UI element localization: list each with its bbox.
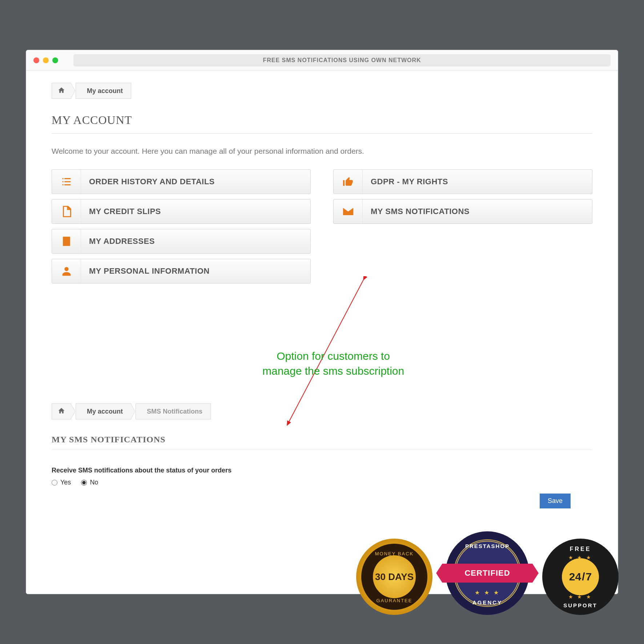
welcome-text: Welcome to your account. Here you can ma…	[52, 147, 592, 156]
trust-badges: MONEY BACK GAURANTEE 30 DAYS PRESTASHOP …	[356, 531, 619, 615]
radio-group: Yes No	[52, 479, 592, 486]
tile-credit-slips[interactable]: MY CREDIT SLIPS	[52, 199, 311, 224]
tile-order-history[interactable]: ORDER HISTORY AND DETAILS	[52, 169, 311, 194]
user-icon	[52, 259, 81, 283]
badge-certified: PRESTASHOP CERTIFIED ★ ★ ★ AGENCY	[446, 531, 529, 615]
tile-label: ORDER HISTORY AND DETAILS	[81, 170, 310, 194]
badge-text: PRESTASHOP	[446, 543, 529, 549]
breadcrumb-label: My account	[87, 408, 123, 415]
radio-label: No	[90, 479, 98, 486]
badge-ribbon: CERTIFIED	[436, 564, 539, 583]
building-icon	[52, 229, 81, 253]
radio-input-yes[interactable]	[52, 480, 57, 486]
badge-money-back: MONEY BACK GAURANTEE 30 DAYS	[356, 539, 432, 615]
badge-support: FREE ★ ★ ★ 24/7 ★ ★ ★ SUPPORT	[542, 539, 619, 615]
breadcrumb-home[interactable]	[52, 403, 71, 419]
thumbs-up-icon	[334, 170, 363, 194]
list-icon	[52, 170, 81, 194]
tile-sms-notifications[interactable]: MY SMS NOTIFICATIONS	[333, 199, 592, 224]
section-title: MY SMS NOTIFICATIONS	[52, 435, 592, 444]
form-label: Receive SMS notifications about the stat…	[52, 467, 592, 474]
tile-label: MY CREDIT SLIPS	[81, 200, 310, 224]
badge-text: SUPPORT	[542, 602, 619, 608]
minimize-dot[interactable]	[43, 57, 49, 63]
page-title: MY ACCOUNT	[52, 113, 592, 127]
annotation-line: manage the sms subscription	[262, 364, 404, 379]
breadcrumb-label: My account	[87, 87, 123, 95]
radio-input-no[interactable]	[81, 480, 87, 486]
save-bar: Save	[52, 494, 592, 508]
radio-yes[interactable]: Yes	[52, 479, 71, 486]
breadcrumb-parent[interactable]: My account	[76, 403, 131, 419]
star-icon: ★ ★ ★	[446, 589, 529, 596]
badge-text: GAURANTEE	[377, 598, 412, 603]
window-titlebar: FREE SMS NOTIFICATIONS USING OWN NETWORK	[26, 50, 618, 71]
home-icon	[58, 86, 65, 96]
account-tiles: ORDER HISTORY AND DETAILS GDPR - MY RIGH…	[52, 169, 592, 283]
radio-no[interactable]: No	[81, 479, 98, 486]
home-icon	[58, 407, 65, 416]
breadcrumb-current[interactable]: SMS Notifications	[136, 403, 211, 419]
address-bar: FREE SMS NOTIFICATIONS USING OWN NETWORK	[73, 54, 611, 67]
close-dot[interactable]	[33, 57, 39, 63]
divider	[52, 450, 592, 450]
badge-text: 24/7	[562, 558, 599, 595]
zoom-dot[interactable]	[52, 57, 58, 63]
divider	[52, 133, 592, 134]
page-body: My account MY ACCOUNT Welcome to your ac…	[26, 71, 618, 594]
annotation-line: Option for customers to	[262, 349, 404, 364]
browser-window: FREE SMS NOTIFICATIONS USING OWN NETWORK…	[26, 50, 618, 594]
tile-label: GDPR - MY RIGHTS	[363, 170, 592, 194]
badge-text: FREE	[542, 546, 619, 552]
star-icon: ★ ★ ★	[542, 594, 619, 600]
window-controls	[33, 57, 58, 63]
tile-gdpr[interactable]: GDPR - MY RIGHTS	[333, 169, 592, 194]
annotation-area: Option for customers to manage the sms s…	[52, 305, 592, 400]
badge-text: AGENCY	[446, 599, 529, 605]
tile-label: MY SMS NOTIFICATIONS	[363, 200, 592, 224]
breadcrumb-current[interactable]: My account	[76, 83, 131, 99]
document-icon	[52, 200, 81, 224]
save-button[interactable]: Save	[540, 494, 571, 508]
annotation-text: Option for customers to manage the sms s…	[262, 349, 404, 378]
envelope-icon	[334, 200, 363, 224]
tile-addresses[interactable]: MY ADDRESSES	[52, 229, 311, 254]
badge-text: 30 DAYS	[375, 572, 414, 581]
breadcrumb-home[interactable]	[52, 83, 71, 99]
breadcrumb: My account	[52, 83, 592, 99]
tile-label: MY ADDRESSES	[81, 229, 310, 253]
breadcrumb-label: SMS Notifications	[147, 408, 202, 415]
radio-label: Yes	[60, 479, 71, 486]
